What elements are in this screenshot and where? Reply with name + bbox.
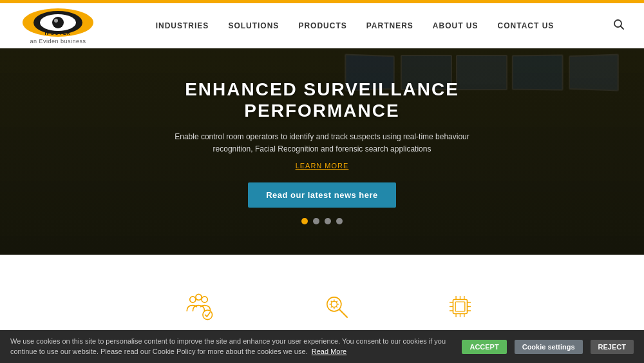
svg-point-9 <box>196 294 202 300</box>
feature-expert-icon <box>440 287 479 326</box>
nav-item-partners[interactable]: PARTNERS <box>366 21 413 30</box>
svg-point-10 <box>202 296 207 302</box>
svg-line-13 <box>339 309 347 317</box>
nav-item-industries[interactable]: INDUSTRIES <box>156 21 209 30</box>
carousel-dot-2[interactable] <box>313 218 319 224</box>
svg-line-22 <box>331 306 332 307</box>
svg-line-19 <box>331 300 332 302</box>
nav-item-about-us[interactable]: ABOUT US <box>433 21 478 30</box>
hero-description: Enable control room operators to identif… <box>155 131 489 155</box>
nav-item-contact-us[interactable]: CONTACT US <box>498 21 554 30</box>
cpu-circuit-icon <box>442 289 478 324</box>
search-button[interactable] <box>613 19 625 33</box>
carousel-dot-1[interactable] <box>301 218 308 224</box>
logo-tagline: an Eviden business <box>30 38 86 44</box>
feature-innovation-icon <box>317 287 356 326</box>
feature-proven-icon <box>180 287 218 326</box>
svg-text:IPSOTEK: IPSOTEK <box>44 31 71 35</box>
svg-point-8 <box>190 296 196 302</box>
magnify-gear-icon <box>319 289 354 324</box>
hero-learn-more-link[interactable]: LEARN MORE <box>155 162 489 170</box>
svg-point-4 <box>54 19 58 23</box>
svg-line-7 <box>621 26 624 29</box>
svg-rect-24 <box>455 302 465 311</box>
hero-carousel-dots <box>155 218 489 224</box>
logo-image: IPSOTEK <box>19 7 97 38</box>
nav-item-products[interactable]: PRODUCTS <box>298 21 346 30</box>
cookie-text: We use cookies on this site to personali… <box>10 337 454 357</box>
hero-section: ENHANCED SURVEILLANCE PERFORMANCE Enable… <box>0 48 644 255</box>
search-icon <box>613 19 625 30</box>
hero-cta-button[interactable]: Read our latest news here <box>248 182 396 208</box>
carousel-dot-3[interactable] <box>325 218 331 224</box>
header: IPSOTEK an Eviden business INDUSTRIES SO… <box>0 3 644 48</box>
svg-point-11 <box>203 310 213 320</box>
logo-area[interactable]: IPSOTEK an Eviden business <box>19 7 97 44</box>
svg-line-21 <box>336 300 337 302</box>
cookie-settings-button[interactable]: Cookie settings <box>515 340 583 354</box>
people-check-icon <box>181 289 216 324</box>
svg-line-20 <box>336 306 337 307</box>
svg-point-3 <box>52 17 64 28</box>
cookie-read-more-link[interactable]: Read More <box>312 348 346 355</box>
nav-item-solutions[interactable]: SOLUTIONS <box>228 21 279 30</box>
hero-content: ENHANCED SURVEILLANCE PERFORMANCE Enable… <box>142 79 502 225</box>
cookie-banner: We use cookies on this site to personali… <box>0 330 644 363</box>
carousel-dot-4[interactable] <box>336 218 343 224</box>
main-nav: INDUSTRIES SOLUTIONS PRODUCTS PARTNERS A… <box>156 21 554 30</box>
cookie-accept-button[interactable]: ACCEPT <box>462 340 506 354</box>
cookie-reject-button[interactable]: REJECT <box>591 340 634 354</box>
hero-title: ENHANCED SURVEILLANCE PERFORMANCE <box>155 79 489 122</box>
